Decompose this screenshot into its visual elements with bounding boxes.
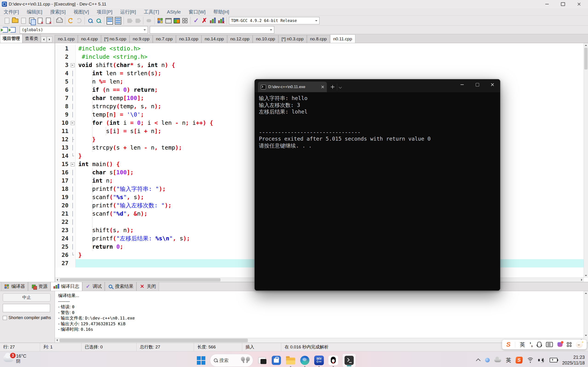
menu-item-3[interactable]: 视图[V] bbox=[73, 9, 89, 15]
find-in-files-button[interactable] bbox=[95, 17, 103, 25]
open-button[interactable] bbox=[11, 17, 19, 25]
fold-marker[interactable] bbox=[70, 160, 76, 168]
compile-run-button[interactable] bbox=[173, 17, 181, 25]
menu-item-9[interactable]: 帮助[H] bbox=[213, 9, 229, 15]
sogou-language-toggle[interactable]: 英 bbox=[520, 341, 525, 348]
taskbar-search-box[interactable]: 搜索 bbox=[210, 354, 253, 367]
sogou-toolbox-icon[interactable] bbox=[567, 342, 571, 347]
bottom-tab-5[interactable]: ✕关闭 bbox=[137, 282, 159, 291]
tab-scroll-left-button[interactable] bbox=[41, 36, 46, 42]
scrollbar-thumb[interactable] bbox=[60, 339, 248, 342]
scroll-down-button[interactable] bbox=[584, 274, 588, 278]
file-tab-4[interactable]: no.7.cpp bbox=[153, 35, 176, 43]
volume-icon[interactable] bbox=[538, 358, 545, 363]
file-tab-1[interactable]: no.4.cpp bbox=[78, 35, 101, 43]
menu-item-1[interactable]: 编辑[E] bbox=[27, 9, 43, 15]
fold-collapse-icon[interactable] bbox=[71, 162, 75, 166]
terminal-minimize-button[interactable] bbox=[455, 79, 470, 90]
start-button[interactable] bbox=[196, 355, 206, 366]
shorten-paths-checkbox[interactable] bbox=[3, 316, 7, 320]
terminal-window[interactable]: D:\dev-c++\n0.11.exe 输入字符串: hello输入左移次数:… bbox=[254, 79, 500, 291]
scroll-right-button[interactable] bbox=[580, 278, 584, 282]
devcpp-taskbar-button[interactable]: DEV C++ bbox=[314, 355, 324, 366]
tray-chevron-up-icon[interactable] bbox=[476, 359, 481, 363]
file-tab-0[interactable]: no.1.cpp bbox=[55, 35, 78, 43]
rebuild-all-button[interactable] bbox=[181, 17, 189, 25]
compiler-profile-select[interactable]: TDM-GCC 4.9.2 64-bit Release bbox=[229, 17, 320, 24]
file-explorer-button[interactable] bbox=[285, 355, 296, 366]
bottom-tab-2[interactable]: 编译日志 bbox=[51, 282, 82, 291]
abort-button[interactable]: 中止 bbox=[3, 293, 51, 302]
profile-stop-button[interactable] bbox=[217, 17, 225, 25]
print-button[interactable] bbox=[56, 17, 63, 25]
file-tab-3[interactable]: no.9.cpp bbox=[130, 35, 153, 43]
run-button[interactable] bbox=[164, 17, 172, 25]
code-text[interactable]: void shift(char* s, int n) { bbox=[76, 61, 584, 69]
redo-button[interactable] bbox=[75, 17, 83, 25]
bottom-tab-1[interactable]: 资源 bbox=[28, 282, 51, 291]
compile-log-output[interactable]: 编译结果...--------- 错误: 0- 警告: 0- 输出文件名: D:… bbox=[55, 291, 588, 343]
file-tab-2[interactable]: [*] no.5.cpp bbox=[101, 35, 130, 43]
terminal-taskbar-button[interactable] bbox=[342, 353, 356, 367]
microsoft-store-button[interactable] bbox=[271, 355, 282, 366]
fold-collapse-icon[interactable] bbox=[71, 63, 75, 67]
fold-collapse-icon[interactable] bbox=[71, 121, 75, 125]
scroll-left-button[interactable] bbox=[55, 338, 59, 342]
compile-button[interactable] bbox=[156, 17, 164, 25]
left-tab-0[interactable]: 项目管理 bbox=[0, 34, 23, 43]
task-view-button[interactable] bbox=[257, 355, 267, 366]
microphone-icon[interactable] bbox=[537, 342, 541, 347]
tab-close-icon[interactable] bbox=[321, 85, 325, 89]
bottom-tab-0[interactable]: 编译器 bbox=[1, 282, 28, 291]
new-source-button[interactable] bbox=[3, 17, 11, 25]
tray-cloud-icon[interactable] bbox=[494, 358, 501, 362]
save-all-button[interactable] bbox=[28, 17, 36, 25]
abort-compile-button[interactable]: ✗ bbox=[200, 17, 208, 25]
replace-all-button[interactable] bbox=[114, 17, 122, 25]
save-button[interactable] bbox=[19, 17, 27, 25]
menu-item-7[interactable]: AStyle bbox=[167, 9, 181, 15]
menu-item-4[interactable]: 项目[P] bbox=[97, 9, 112, 15]
tab-scroll-right-button[interactable] bbox=[47, 36, 52, 42]
bottom-tab-3[interactable]: ✓调试 bbox=[82, 282, 105, 291]
maximize-button[interactable] bbox=[560, 1, 566, 7]
file-tab-5[interactable]: no.13.cpp bbox=[176, 35, 201, 43]
goto-forward-button[interactable] bbox=[134, 17, 141, 25]
code-text[interactable]: #include <string.h> bbox=[76, 53, 584, 61]
sogou-input-bar[interactable]: S 英 ’, bbox=[502, 340, 587, 349]
wifi-icon[interactable] bbox=[527, 358, 534, 363]
close-file-button[interactable] bbox=[36, 17, 44, 25]
file-tab-7[interactable]: no.12.cpp bbox=[227, 35, 253, 43]
find-button[interactable] bbox=[86, 17, 94, 25]
debug-button[interactable]: ✓ bbox=[192, 17, 200, 25]
left-tab-1[interactable]: 查看类 bbox=[23, 34, 41, 43]
menu-item-2[interactable]: 搜索[S] bbox=[50, 9, 66, 15]
menu-item-6[interactable]: 工具[T] bbox=[144, 9, 159, 15]
scrollbar-thumb[interactable] bbox=[60, 278, 221, 282]
new-tab-button[interactable] bbox=[329, 83, 336, 90]
scrollbar-thumb[interactable] bbox=[584, 48, 588, 69]
goto-definition-button[interactable] bbox=[9, 26, 17, 34]
scroll-up-button[interactable] bbox=[584, 43, 588, 47]
scroll-down-button[interactable] bbox=[584, 334, 588, 338]
bottom-tab-4[interactable]: 搜索结果 bbox=[105, 282, 137, 291]
file-tab-6[interactable]: no.14.cpp bbox=[201, 35, 227, 43]
sogou-skin-icon[interactable] bbox=[557, 342, 562, 347]
goto-declaration-button[interactable] bbox=[1, 26, 9, 34]
scroll-left-button[interactable] bbox=[55, 278, 59, 282]
file-tab-11[interactable]: n0.11.cpp bbox=[330, 34, 355, 43]
qq-button[interactable] bbox=[328, 355, 338, 366]
sogou-logo-icon[interactable]: S bbox=[506, 341, 510, 348]
terminal-title-bar[interactable]: D:\dev-c++\n0.11.exe bbox=[255, 79, 500, 92]
file-tab-8[interactable]: no.10.cpp bbox=[253, 35, 278, 43]
close-button[interactable] bbox=[576, 1, 582, 7]
tray-copilot-icon[interactable] bbox=[485, 358, 490, 362]
menu-item-8[interactable]: 窗口[W] bbox=[189, 9, 206, 15]
keyboard-icon[interactable] bbox=[546, 342, 553, 347]
fold-marker[interactable] bbox=[70, 61, 76, 69]
sogou-punctuation-toggle[interactable]: ’, bbox=[530, 341, 533, 348]
goto-line-button[interactable] bbox=[145, 17, 153, 25]
minimize-button[interactable] bbox=[544, 1, 550, 7]
edge-browser-button[interactable] bbox=[300, 355, 310, 366]
menu-item-0[interactable]: 文件[F] bbox=[4, 9, 19, 15]
